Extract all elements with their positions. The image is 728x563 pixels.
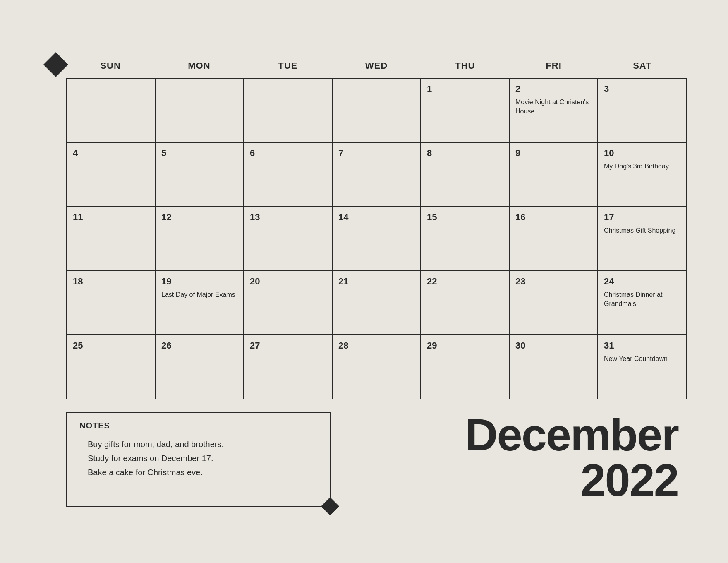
cell-event: Christmas Dinner at Grandma's	[604, 290, 680, 309]
calendar-cell: 15	[421, 207, 510, 271]
calendar-cell: 6	[244, 143, 333, 207]
cell-event: My Dog's 3rd Birthday	[604, 162, 680, 171]
calendar-cell: 22	[421, 271, 510, 335]
calendar-cell: 11	[67, 207, 156, 271]
cell-date: 3	[604, 84, 680, 94]
cell-date: 28	[338, 340, 414, 351]
cell-date: 18	[73, 276, 149, 287]
notes-content: Buy gifts for mom, dad, and brothers.Stu…	[79, 437, 318, 479]
calendar-cell	[244, 79, 333, 143]
cell-date: 29	[427, 340, 503, 351]
cell-date: 26	[161, 340, 237, 351]
calendar-cell: 28	[333, 335, 421, 399]
calendar-cell: 8	[421, 143, 510, 207]
cell-date: 5	[161, 148, 237, 159]
calendar-cell: 10My Dog's 3rd Birthday	[598, 143, 687, 207]
notes-line: Buy gifts for mom, dad, and brothers.	[88, 437, 318, 451]
cell-date: 20	[250, 276, 326, 287]
cell-date: 21	[338, 276, 414, 287]
month-year-block: December 2022	[347, 412, 687, 503]
calendar-container: SUNMONTUEWEDTHUFRISAT 12Movie Night at C…	[41, 40, 687, 524]
cell-date: 9	[515, 148, 592, 159]
calendar-cell: 3	[598, 79, 687, 143]
calendar-cell: 5	[156, 143, 244, 207]
calendar-cell: 21	[333, 271, 421, 335]
cell-date: 19	[161, 276, 237, 287]
day-header-wed: WED	[332, 56, 421, 78]
cell-date: 24	[604, 276, 680, 287]
cell-date: 4	[73, 148, 149, 159]
cell-event: Last Day of Major Exams	[161, 290, 237, 299]
calendar-cell: 2Movie Night at Christen's House	[510, 79, 598, 143]
notes-line: Bake a cake for Christmas eve.	[88, 465, 318, 479]
calendar-cell: 23	[510, 271, 598, 335]
calendar-cell: 4	[67, 143, 156, 207]
cell-date: 16	[515, 212, 592, 223]
calendar-cell: 9	[510, 143, 598, 207]
month-name: December	[465, 412, 678, 457]
calendar-cell: 7	[333, 143, 421, 207]
calendar-cell: 17Christmas Gift Shopping	[598, 207, 687, 271]
year-name: 2022	[580, 457, 678, 503]
cell-date: 7	[338, 148, 414, 159]
notes-title: NOTES	[79, 421, 318, 431]
calendar-cell	[156, 79, 244, 143]
cell-event: New Year Countdown	[604, 354, 680, 363]
cell-date: 25	[73, 340, 149, 351]
calendar-cell: 1	[421, 79, 510, 143]
calendar-cell: 30	[510, 335, 598, 399]
cell-date: 22	[427, 276, 503, 287]
calendar-cell: 16	[510, 207, 598, 271]
calendar-cell: 18	[67, 271, 156, 335]
cell-event: Movie Night at Christen's House	[515, 98, 592, 116]
calendar-cell: 29	[421, 335, 510, 399]
day-header-fri: FRI	[509, 56, 598, 78]
calendar-cell	[67, 79, 156, 143]
cell-date: 1	[427, 84, 503, 94]
notes-box: NOTES Buy gifts for mom, dad, and brothe…	[66, 412, 331, 507]
day-header-thu: THU	[421, 56, 509, 78]
cell-date: 27	[250, 340, 326, 351]
cell-date: 8	[427, 148, 503, 159]
grid-wrapper: SUNMONTUEWEDTHUFRISAT 12Movie Night at C…	[66, 56, 687, 399]
calendar-cell: 31New Year Countdown	[598, 335, 687, 399]
cell-date: 13	[250, 212, 326, 223]
cell-date: 10	[604, 148, 680, 159]
cell-date: 12	[161, 212, 237, 223]
calendar-cell: 14	[333, 207, 421, 271]
day-header-mon: MON	[155, 56, 243, 78]
day-header-sat: SAT	[598, 56, 687, 78]
calendar-cell: 19Last Day of Major Exams	[156, 271, 244, 335]
day-header-sun: SUN	[66, 56, 155, 78]
cell-date: 23	[515, 276, 592, 287]
calendar-cell: 26	[156, 335, 244, 399]
notes-line: Study for exams on December 17.	[88, 451, 318, 465]
cell-event: Christmas Gift Shopping	[604, 226, 680, 235]
diamond-bottom-right-icon	[321, 497, 339, 515]
cell-date: 15	[427, 212, 503, 223]
cell-date: 11	[73, 212, 149, 223]
bottom-section: NOTES Buy gifts for mom, dad, and brothe…	[66, 412, 687, 507]
svg-marker-0	[43, 52, 68, 77]
calendar-cell: 27	[244, 335, 333, 399]
calendar-cell: 20	[244, 271, 333, 335]
calendar-grid: 12Movie Night at Christen's House3456789…	[66, 78, 687, 399]
calendar-cell: 25	[67, 335, 156, 399]
calendar-cell: 13	[244, 207, 333, 271]
calendar-cell: 12	[156, 207, 244, 271]
cell-date: 31	[604, 340, 680, 351]
cell-date: 17	[604, 212, 680, 223]
cell-date: 2	[515, 84, 592, 94]
diamond-top-left-icon	[43, 52, 68, 77]
calendar-cell: 24Christmas Dinner at Grandma's	[598, 271, 687, 335]
svg-marker-1	[321, 497, 339, 515]
calendar-cell	[333, 79, 421, 143]
cell-date: 30	[515, 340, 592, 351]
cell-date: 14	[338, 212, 414, 223]
day-header-row: SUNMONTUEWEDTHUFRISAT	[66, 56, 687, 78]
day-header-tue: TUE	[244, 56, 332, 78]
cell-date: 6	[250, 148, 326, 159]
